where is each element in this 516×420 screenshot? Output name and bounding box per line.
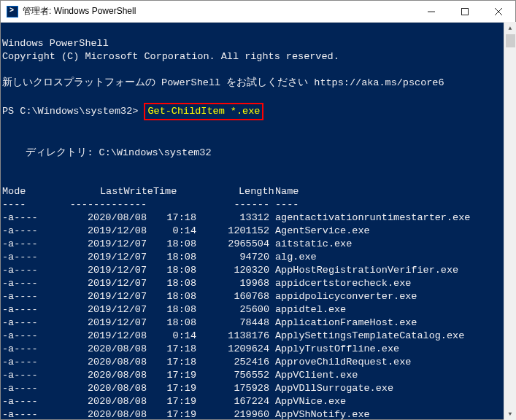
cell-time: 17:18 xyxy=(147,356,196,369)
cell-mode: -a---- xyxy=(2,343,68,356)
cell-length: 13312 xyxy=(196,211,269,225)
cell-time: 17:18 xyxy=(147,211,196,225)
cell-mode: -a---- xyxy=(2,408,68,419)
cell-time: 17:19 xyxy=(147,408,196,419)
table-body: -a----2020/08/0817:1813312agentactivatio… xyxy=(2,211,515,419)
cell-mode: -a---- xyxy=(2,225,68,238)
cell-name: appidtel.exe xyxy=(269,303,346,316)
cell-mode: -a---- xyxy=(2,264,68,277)
cell-length: 78448 xyxy=(196,316,269,330)
cell-length: 120320 xyxy=(196,264,269,277)
cell-mode: -a---- xyxy=(2,316,68,330)
terminal-output[interactable]: Windows PowerShell Copyright (C) Microso… xyxy=(1,23,515,419)
scroll-thumb[interactable] xyxy=(506,34,515,47)
cell-mode: -a---- xyxy=(2,251,68,264)
cell-date: 2019/12/07 xyxy=(68,238,147,251)
table-row: -a----2020/08/0817:19219960AppVShNotify.… xyxy=(2,408,515,419)
cell-length: 160768 xyxy=(196,290,269,303)
minimize-button[interactable] xyxy=(415,1,448,22)
scroll-down-arrow[interactable]: ▼ xyxy=(504,408,516,420)
cell-length: 1138176 xyxy=(196,330,269,343)
cell-name: AppVNice.exe xyxy=(269,395,346,408)
cell-time: 0:14 xyxy=(147,330,196,343)
cell-length: 252416 xyxy=(196,356,269,369)
cell-time: 18:08 xyxy=(147,238,196,251)
hint-line: 新しいクロスプラットフォームの PowerShell をお試しください http… xyxy=(2,77,444,88)
cell-name: appidcertstorecheck.exe xyxy=(269,277,411,290)
vertical-scrollbar[interactable]: ▲ ▼ xyxy=(504,22,516,420)
cell-mode: -a---- xyxy=(2,382,68,395)
cell-length: 94720 xyxy=(196,251,269,264)
cell-length: 2965504 xyxy=(196,238,269,251)
cell-mode: -a---- xyxy=(2,330,68,343)
cell-time: 18:08 xyxy=(147,316,196,330)
prompt: PS C:\Windows\system32> xyxy=(2,106,138,117)
scroll-up-arrow[interactable]: ▲ xyxy=(504,22,516,34)
cell-length: 1209624 xyxy=(196,343,269,356)
table-header: ModeLastWriteTimeLengthName xyxy=(2,185,515,198)
cell-mode: -a---- xyxy=(2,211,68,225)
table-row: -a----2019/12/0718:08160768appidpolicyco… xyxy=(2,290,515,303)
cell-time: 18:08 xyxy=(147,277,196,290)
header-name: Name xyxy=(269,185,299,198)
cell-date: 2020/08/08 xyxy=(68,356,147,369)
cell-name: ApproveChildRequest.exe xyxy=(269,356,411,369)
cell-date: 2020/08/08 xyxy=(68,408,147,419)
cell-name: AppVShNotify.exe xyxy=(269,408,370,419)
cell-time: 18:08 xyxy=(147,264,196,277)
header-lastwritetime: LastWriteTime xyxy=(68,185,196,198)
table-header-rule: --------------------------- xyxy=(2,198,515,211)
window-controls xyxy=(415,1,515,22)
cell-date: 2019/12/08 xyxy=(68,225,147,238)
cell-mode: -a---- xyxy=(2,356,68,369)
cell-date: 2020/08/08 xyxy=(68,382,147,395)
svg-rect-1 xyxy=(462,8,469,15)
powershell-icon xyxy=(7,6,18,18)
cell-mode: -a---- xyxy=(2,369,68,382)
command-highlight-box: Get-ChildItem *.exe xyxy=(144,103,263,120)
cell-mode: -a---- xyxy=(2,277,68,290)
cell-date: 2019/12/07 xyxy=(68,264,147,277)
cell-time: 0:14 xyxy=(147,225,196,238)
table-row: -a----2019/12/080:141201152AgentService.… xyxy=(2,225,515,238)
directory-line: ディレクトリ: C:\Windows\system32 xyxy=(2,147,212,158)
cell-date: 2020/08/08 xyxy=(68,343,147,356)
cell-mode: -a---- xyxy=(2,238,68,251)
cell-name: AppVDllSurrogate.exe xyxy=(269,382,393,395)
window-titlebar[interactable]: 管理者: Windows PowerShell xyxy=(1,1,515,23)
cell-name: ApplySettingsTemplateCatalog.exe xyxy=(269,330,464,343)
table-row: -a----2019/12/0718:08120320AppHostRegist… xyxy=(2,264,515,277)
cell-time: 18:08 xyxy=(147,251,196,264)
command-text: Get-ChildItem *.exe xyxy=(147,106,260,117)
close-button[interactable] xyxy=(482,1,515,22)
maximize-button[interactable] xyxy=(448,1,482,22)
table-row: -a----2019/12/0718:0878448ApplicationFra… xyxy=(2,316,515,330)
cell-name: aitstatic.exe xyxy=(269,238,352,251)
cell-date: 2019/12/07 xyxy=(68,290,147,303)
cell-length: 175928 xyxy=(196,382,269,395)
table-row: -a----2019/12/0718:082965504aitstatic.ex… xyxy=(2,238,515,251)
table-row: -a----2020/08/0817:18252416ApproveChildR… xyxy=(2,356,515,369)
cell-time: 17:19 xyxy=(147,395,196,408)
header-length: Length xyxy=(196,185,269,198)
cell-date: 2019/12/07 xyxy=(68,303,147,316)
cell-time: 18:08 xyxy=(147,290,196,303)
table-row: -a----2019/12/0718:0825600appidtel.exe xyxy=(2,303,515,316)
cell-date: 2019/12/07 xyxy=(68,277,147,290)
cell-date: 2019/12/07 xyxy=(68,316,147,330)
cell-length: 1201152 xyxy=(196,225,269,238)
table-row: -a----2019/12/0718:0894720alg.exe xyxy=(2,251,515,264)
cell-name: alg.exe xyxy=(269,251,317,264)
cell-date: 2019/12/07 xyxy=(68,251,147,264)
table-row: -a----2019/12/080:141138176ApplySettings… xyxy=(2,330,515,343)
cell-mode: -a---- xyxy=(2,290,68,303)
banner-line: Copyright (C) Microsoft Corporation. All… xyxy=(2,51,339,62)
cell-length: 756552 xyxy=(196,369,269,382)
cell-time: 17:19 xyxy=(147,369,196,382)
cell-length: 19968 xyxy=(196,277,269,290)
cell-date: 2020/08/08 xyxy=(68,211,147,225)
table-row: -a----2020/08/0817:19756552AppVClient.ex… xyxy=(2,369,515,382)
cell-name: appidpolicyconverter.exe xyxy=(269,290,417,303)
cell-date: 2019/12/08 xyxy=(68,330,147,343)
cell-date: 2020/08/08 xyxy=(68,395,147,408)
